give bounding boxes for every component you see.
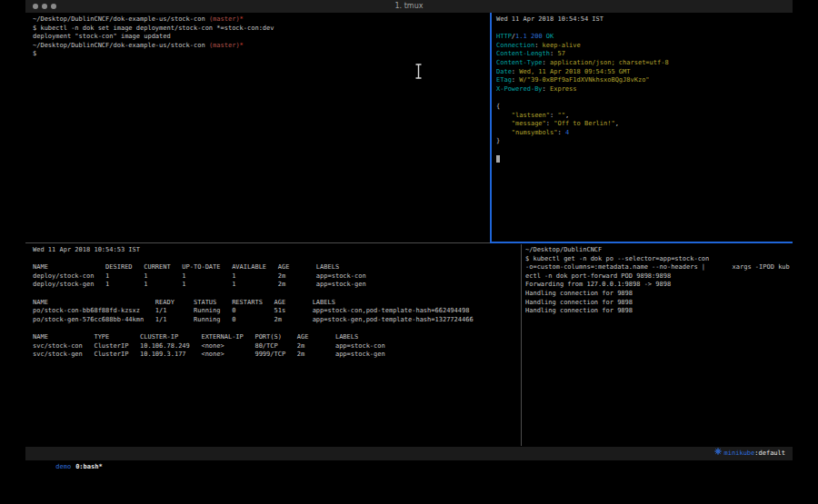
- tmux-status-bar: demo0:bash* minikube:default: [25, 447, 793, 460]
- ibeam-cursor-icon: [414, 64, 423, 83]
- desktop-background: 1. tmux ~/Desktop/DublinCNCF/dok-example…: [0, 0, 818, 504]
- kube-namespace: :default: [754, 447, 785, 460]
- terminal-line: X-Powered-By: Express: [496, 85, 793, 94]
- terminal-line: Content-Type: application/json; charset=…: [496, 59, 793, 68]
- window-title: 1. tmux: [25, 0, 793, 13]
- terminal-line: ~/Desktop/DublinCNCF: [525, 246, 793, 255]
- terminal-line: NAME TYPE CLUSTER-IP EXTERNAL-IP PORT(S)…: [33, 333, 521, 342]
- terminal-line: $: [33, 50, 490, 59]
- terminal-line: ETag: W/"39-0xBPf9aF1dXVNkhsxoBQgJ8vKzo": [496, 76, 793, 85]
- terminal-line: deploy/stock-con 1 1 1 1 2m app=stock-co…: [33, 272, 521, 282]
- pane-top-right-http-response[interactable]: Wed 11 Apr 2018 10:54:54 ISTHTTP/1.1 200…: [492, 13, 793, 242]
- pane-bottom-left-kubectl-watch[interactable]: Wed 11 Apr 2018 10:54:53 ISTNAME DESIRED…: [25, 244, 521, 446]
- terminal-line: NAME DESIRED CURRENT UP-TO-DATE AVAILABL…: [33, 263, 521, 272]
- terminal-line: ~/Desktop/DublinCNCF/dok-example-us/stoc…: [33, 42, 490, 51]
- terminal-line: ectl -n dok port-forward POD 9898:9898: [525, 272, 793, 282]
- terminal-line: $ kubectl get -n dok po --selector=app=s…: [525, 255, 793, 264]
- terminal-line: NAME READY STATUS RESTARTS AGE LABELS: [33, 299, 521, 308]
- terminal-line: [496, 25, 793, 34]
- terminal-line: [33, 255, 521, 264]
- pane-bottom-right-port-forward[interactable]: ~/Desktop/DublinCNCF$ kubectl get -n dok…: [522, 244, 793, 446]
- terminal-line: [33, 290, 521, 299]
- pane-divider-horizontal-left[interactable]: [25, 242, 490, 243]
- pane-divider-horizontal-right[interactable]: [490, 242, 793, 243]
- terminal-line: po/stock-con-bb68f88fd-kzsxz 1/1 Running…: [33, 307, 521, 316]
- tmux-window-tab[interactable]: 0:bash*: [75, 463, 103, 470]
- terminal-line: svc/stock-gen ClusterIP 10.109.3.177 <no…: [33, 351, 521, 360]
- terminal-line: Handling connection for 9898: [525, 307, 793, 316]
- terminal-line: [496, 94, 793, 103]
- tmux-session-name[interactable]: demo: [55, 463, 71, 470]
- pane-top-left-shell[interactable]: ~/Desktop/DublinCNCF/dok-example-us/stoc…: [25, 13, 490, 242]
- terminal-line: }: [496, 137, 793, 146]
- terminal-line: "lastseen": "",: [496, 112, 793, 121]
- terminal-line: Content-Length: 57: [496, 50, 793, 59]
- terminal-line: [33, 324, 521, 333]
- terminal-line: [496, 155, 793, 164]
- terminal-line: HTTP/1.1 200 OK: [496, 33, 793, 42]
- terminal-line: Wed 11 Apr 2018 10:54:53 IST: [33, 246, 521, 255]
- terminal-line: Handling connection for 9898: [525, 290, 793, 299]
- terminal-line: ~/Desktop/DublinCNCF/dok-example-us/stoc…: [33, 15, 490, 25]
- terminal-line: svc/stock-con ClusterIP 10.106.78.249 <n…: [33, 342, 521, 351]
- terminal-line: Forwarding from 127.0.0.1:9898 -> 9898: [525, 281, 793, 290]
- terminal-line: Connection: keep-alive: [496, 42, 793, 51]
- tmux-status-right: minikube:default: [675, 447, 785, 460]
- terminal-line: "message": "Off to Berlin!",: [496, 120, 793, 129]
- kubernetes-helm-icon: [675, 433, 721, 474]
- terminal-line: deployment "stock-con" image updated: [33, 33, 490, 42]
- kube-context-name: minikube: [724, 447, 755, 460]
- terminal-line: $ kubectl -n dok set image deployment/st…: [33, 25, 490, 34]
- terminal-line: Wed 11 Apr 2018 10:54:54 IST: [496, 15, 793, 25]
- terminal-line: "numsymbols": 4: [496, 129, 793, 138]
- terminal-line: [496, 146, 793, 155]
- window-titlebar[interactable]: 1. tmux: [25, 0, 793, 13]
- terminal-line: Date: Wed, 11 Apr 2018 09:54:55 GMT: [496, 68, 793, 77]
- terminal-line: deploy/stock-gen 1 1 1 1 2m app=stock-ge…: [33, 281, 521, 290]
- terminal-line: -o=custom-columns=:metadata.name --no-he…: [525, 263, 793, 272]
- terminal-line: po/stock-gen-576cc688bb-44kmn 1/1 Runnin…: [33, 316, 521, 325]
- terminal-line: {: [496, 103, 793, 112]
- terminal-window: 1. tmux ~/Desktop/DublinCNCF/dok-example…: [25, 0, 793, 461]
- terminal-line: Handling connection for 9898: [525, 299, 793, 308]
